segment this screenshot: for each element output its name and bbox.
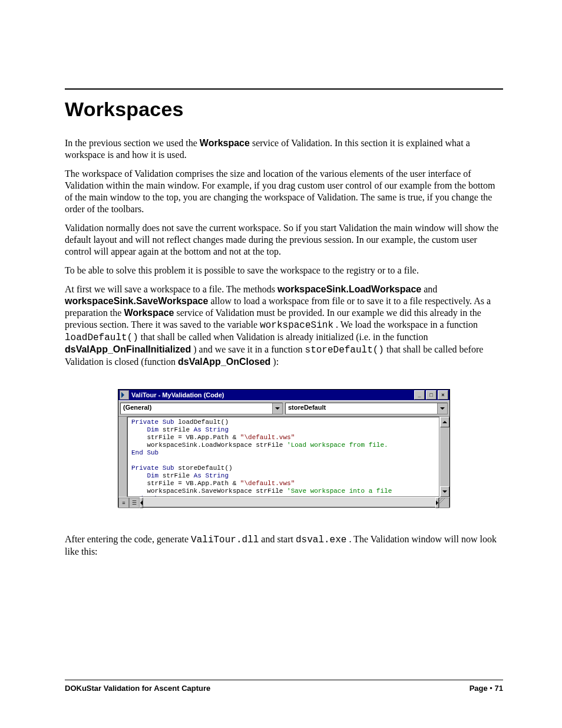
workspace-term: Workspace bbox=[200, 138, 250, 148]
vb-app-icon bbox=[120, 390, 129, 400]
close-button[interactable]: × bbox=[438, 390, 448, 400]
page-footer: DOKuStar Validation for Ascent Capture P… bbox=[65, 680, 503, 693]
text: In the previous section we used the bbox=[65, 138, 200, 148]
keyword: As String bbox=[194, 472, 229, 479]
page-label: Page bbox=[470, 684, 488, 693]
keyword: As String bbox=[194, 426, 229, 433]
footer-product-name: DOKuStar Validation for Ascent Capture bbox=[65, 684, 210, 693]
string-literal: "\default.vws" bbox=[240, 480, 295, 487]
method-saveworkspace: workspaceSink.SaveWorkspace bbox=[65, 296, 208, 306]
para-3: To be able to solve this problem it is p… bbox=[65, 265, 503, 276]
procedure-dropdown[interactable]: storeDefault bbox=[285, 403, 448, 414]
fn-onclosed: dsValApp_OnClosed bbox=[178, 357, 270, 367]
code-text: loadDefault() bbox=[174, 419, 229, 426]
para-2: Validation normally does not save the cu… bbox=[65, 222, 503, 258]
text: At first we will save a workspace to a f… bbox=[65, 284, 277, 294]
text: that shall be called when Validation is … bbox=[141, 332, 428, 342]
horizontal-scrollbar[interactable] bbox=[140, 498, 439, 507]
keyword: Private Sub bbox=[131, 465, 174, 472]
text: . We load the workspace in a function bbox=[336, 319, 478, 330]
keyword: Dim bbox=[147, 426, 158, 433]
text: and start bbox=[261, 534, 296, 544]
minimize-button[interactable]: _ bbox=[414, 390, 425, 400]
intro-para-0: In the previous section we used the Work… bbox=[65, 137, 503, 161]
code-text: strFile bbox=[158, 472, 193, 479]
code-text: workspaceSink.LoadWorkspace strFile bbox=[131, 442, 287, 449]
text: After entering the code, generate bbox=[65, 534, 191, 544]
code-text: workspaceSink.SaveWorkspace strFile bbox=[131, 487, 287, 495]
page-number: 71 bbox=[495, 684, 503, 693]
code-text-area[interactable]: Private Sub loadDefault() Dim strFile As… bbox=[127, 417, 439, 497]
page-heading: Workspaces bbox=[65, 98, 503, 121]
keyword: End Sub bbox=[131, 449, 158, 456]
scroll-up-icon[interactable] bbox=[440, 417, 449, 427]
code-window-titlebar[interactable]: ValiTour - MyValidation (Code) _ □ × bbox=[118, 390, 449, 400]
procedure-dropdown-value: storeDefault bbox=[286, 403, 437, 414]
comment: 'Save workspace into a file bbox=[287, 487, 392, 495]
code-text bbox=[131, 426, 147, 433]
text: and bbox=[424, 284, 437, 294]
text: ) and we save it in a function bbox=[193, 344, 305, 354]
bullet-icon: • bbox=[488, 684, 495, 693]
comment: 'Load workspace from file. bbox=[287, 442, 388, 449]
fn-storedefault: storeDefault() bbox=[305, 345, 384, 355]
method-loadworkspace: workspaceSink.LoadWorkspace bbox=[277, 284, 421, 294]
fn-loaddefault: loadDefault() bbox=[65, 332, 138, 343]
vertical-scrollbar[interactable] bbox=[439, 417, 449, 497]
keyword: Dim bbox=[147, 472, 158, 479]
text: ): bbox=[273, 357, 279, 367]
keyword: End Sub bbox=[131, 495, 158, 497]
code-text: strFile = VB.App.Path & bbox=[131, 434, 240, 441]
procedure-view-button[interactable]: ≡ bbox=[118, 498, 129, 508]
var-workspacesink: workspaceSink bbox=[260, 320, 333, 331]
chevron-down-icon[interactable] bbox=[437, 403, 447, 414]
para-4: At first we will save a workspace to a f… bbox=[65, 284, 503, 368]
code-window-title: ValiTour - MyValidation (Code) bbox=[131, 391, 224, 398]
maximize-button[interactable]: □ bbox=[426, 390, 437, 400]
chevron-down-icon[interactable] bbox=[272, 403, 282, 414]
workspace-term: Workspace bbox=[124, 308, 174, 318]
resize-grip-icon[interactable] bbox=[439, 498, 449, 508]
para-1: The workspace of Validation comprises th… bbox=[65, 168, 503, 215]
file-valitour-dll: ValiTour.dll bbox=[191, 535, 259, 545]
code-text: strFile bbox=[158, 426, 193, 433]
code-text: storeDefault() bbox=[174, 465, 233, 472]
object-dropdown[interactable]: (General) bbox=[120, 403, 283, 414]
full-module-view-button[interactable]: ☰ bbox=[129, 498, 140, 508]
keyword: Private Sub bbox=[131, 419, 174, 426]
para-5: After entering the code, generate ValiTo… bbox=[65, 533, 503, 558]
string-literal: "\default.vws" bbox=[240, 434, 295, 441]
margin-indicator-bar bbox=[118, 417, 127, 497]
object-dropdown-value: (General) bbox=[121, 403, 272, 414]
fn-onfinalinitialized: dsValApp_OnFinalInitialized bbox=[65, 344, 191, 354]
code-text bbox=[131, 472, 147, 479]
code-text: strFile = VB.App.Path & bbox=[131, 480, 240, 487]
file-dsval-exe: dsval.exe bbox=[296, 535, 346, 545]
scroll-down-icon[interactable] bbox=[440, 486, 449, 497]
code-editor-window: ValiTour - MyValidation (Code) _ □ × (Ge… bbox=[118, 389, 450, 508]
